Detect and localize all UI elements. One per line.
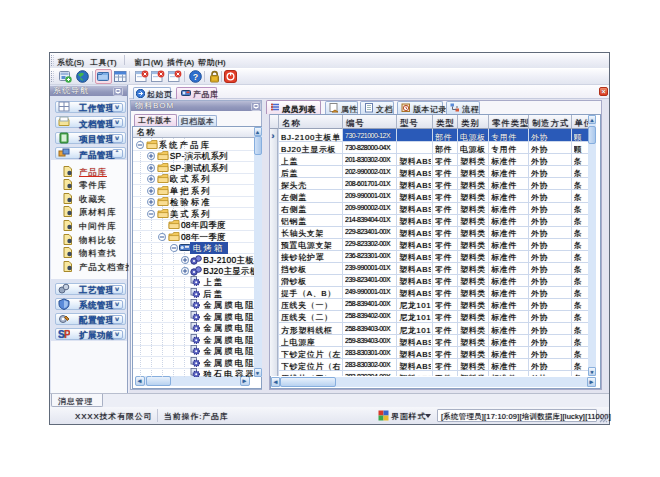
svg-text:P: P (64, 329, 70, 340)
svg-text:?: ? (193, 72, 199, 82)
